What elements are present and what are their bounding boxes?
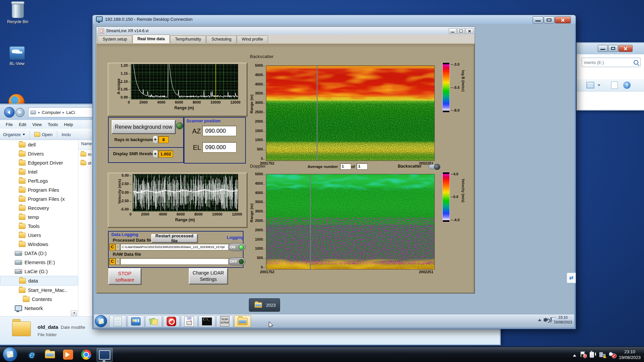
battery-icon[interactable] bbox=[590, 352, 596, 357]
tree-item-intel[interactable]: Intel bbox=[0, 167, 78, 176]
tree-item-edgeport-driver[interactable]: Edgeport Driver bbox=[0, 158, 78, 167]
remote-start-button[interactable] bbox=[95, 315, 106, 326]
taskbar-chrome-button[interactable] bbox=[78, 348, 94, 361]
doppler-heatmap[interactable] bbox=[266, 174, 435, 269]
average-number-field[interactable]: 1 bbox=[340, 163, 351, 170]
tree-item-program-files-x[interactable]: Program Files (x bbox=[0, 194, 78, 203]
tree-item-windows[interactable]: Windows bbox=[0, 240, 78, 249]
tab-temp-humidity[interactable]: Temp/humidity bbox=[170, 36, 206, 43]
open-button[interactable]: Open bbox=[31, 130, 56, 139]
taskbar-explorer-button[interactable] bbox=[42, 348, 58, 361]
renew-background-button[interactable]: Renew background now bbox=[112, 120, 175, 134]
show-hidden-icons-button[interactable] bbox=[573, 353, 576, 357]
back-button[interactable] bbox=[4, 107, 15, 118]
taskbar-display-settings-button[interactable] bbox=[127, 315, 144, 327]
tree-item-program-files[interactable]: Program Files bbox=[0, 185, 78, 194]
velocity-plot[interactable] bbox=[132, 174, 238, 212]
help-button[interactable] bbox=[623, 81, 631, 89]
action-center-icon[interactable]: ✕ bbox=[580, 352, 586, 357]
tree-item-data[interactable]: data bbox=[0, 276, 78, 286]
volume-icon[interactable] bbox=[544, 318, 546, 321]
organize-button[interactable]: Organize bbox=[0, 130, 28, 139]
of-field[interactable]: 1 bbox=[357, 163, 368, 170]
backscatter-heatmap[interactable] bbox=[266, 65, 435, 161]
forward-button[interactable] bbox=[15, 108, 24, 117]
preview-pane-button[interactable] bbox=[611, 81, 618, 89]
tree-item-drivers[interactable]: Drivers bbox=[0, 149, 78, 158]
raw-drive-letter[interactable]: C bbox=[109, 258, 115, 265]
backscatter-toggle[interactable] bbox=[429, 164, 441, 169]
menu-item[interactable]: File bbox=[3, 121, 16, 128]
rays-value[interactable]: 8 bbox=[158, 136, 169, 143]
rays-stepper[interactable] bbox=[153, 135, 158, 143]
network-warning-icon[interactable] bbox=[599, 352, 605, 357]
ascope-plot[interactable] bbox=[131, 64, 238, 100]
maximize-button[interactable] bbox=[457, 28, 465, 34]
tab-real-time-data[interactable]: Real time data bbox=[132, 35, 170, 44]
minimize-button[interactable] bbox=[598, 45, 608, 52]
taskbar-explorer-button[interactable] bbox=[234, 315, 251, 327]
host-clock[interactable]: 23:10 19/08/2023 bbox=[619, 349, 641, 360]
snr-stepper[interactable] bbox=[153, 150, 158, 158]
path-browse-icon[interactable]: ⌸ bbox=[115, 258, 120, 265]
scroll-left-button[interactable]: ◄ bbox=[71, 310, 77, 316]
close-button[interactable] bbox=[619, 45, 633, 52]
tree-item-perflogs[interactable]: PerfLogs bbox=[0, 176, 78, 185]
tree-item-network[interactable]: Network bbox=[0, 304, 78, 313]
desktop-icon-bl-view[interactable]: BL-View bbox=[5, 46, 29, 66]
change-view-button[interactable] bbox=[586, 82, 594, 88]
tree-item-data-d-[interactable]: DATA (D:) bbox=[0, 249, 78, 258]
tree-item-tools[interactable]: Tools bbox=[0, 222, 78, 231]
action-center-icon[interactable] bbox=[550, 317, 551, 322]
tree-item-temp[interactable]: temp bbox=[0, 213, 78, 222]
rdp-titlebar[interactable]: 192.168.0.150 - Remote Desktop Connectio… bbox=[96, 16, 193, 22]
search-input[interactable]: ments (E:) bbox=[582, 58, 641, 67]
snr-value[interactable]: 1.002 bbox=[158, 150, 173, 158]
tab-scheduling[interactable]: Scheduling bbox=[206, 36, 236, 43]
taskbar-labview-xr-button[interactable]: XR bbox=[181, 315, 198, 327]
teamviewer-panel-icon[interactable]: ⇄ bbox=[567, 273, 576, 283]
breadcrumb[interactable]: ▸ Computer ▸ LaCi bbox=[28, 107, 93, 117]
restart-processed-file-button[interactable]: Restart processed file bbox=[151, 234, 198, 243]
show-hidden-icons-button[interactable] bbox=[538, 317, 541, 321]
labview-titlebar[interactable]: StreamLine XR v14-6.vi bbox=[96, 27, 475, 35]
processed-logging-toggle[interactable]: ON bbox=[228, 243, 246, 251]
taskbar-stop-button[interactable] bbox=[163, 315, 180, 327]
taskbar-media-player-button[interactable] bbox=[60, 348, 76, 361]
change-lidar-settings-button[interactable]: Change LiDAR Settings bbox=[189, 268, 228, 284]
tab-system-setup[interactable]: System setup bbox=[98, 36, 132, 43]
maximize-button[interactable] bbox=[608, 45, 618, 52]
taskbar-sticky-notes-button[interactable] bbox=[145, 315, 162, 327]
taskbar-scan-scheduler-button[interactable]: Scan sched bbox=[216, 315, 233, 327]
processed-path-field[interactable]: C:\Lidar\Data\Proc\2023\202308\20230819\… bbox=[120, 244, 229, 250]
taskbar-preview-2023[interactable]: 2023 bbox=[249, 298, 280, 312]
taskbar-notepad-button[interactable] bbox=[109, 315, 126, 327]
breadcrumb-computer[interactable]: Computer bbox=[42, 110, 61, 115]
stop-software-button[interactable]: STOP software bbox=[108, 268, 141, 285]
path-browse-icon[interactable]: ⌸ bbox=[115, 244, 120, 250]
menu-item[interactable]: Edit bbox=[16, 121, 29, 128]
tree-item-users[interactable]: Users bbox=[0, 231, 78, 240]
tree-item-contents[interactable]: Contents bbox=[0, 295, 78, 304]
tree-item-dell[interactable]: dell bbox=[0, 140, 78, 149]
volume-muted-icon[interactable] bbox=[609, 352, 615, 357]
processed-drive-letter[interactable]: C bbox=[109, 244, 115, 250]
minimize-button[interactable] bbox=[533, 16, 543, 23]
menu-item[interactable]: Help bbox=[61, 121, 76, 128]
tree-item-lacie-g-[interactable]: LaCie (G:) bbox=[0, 267, 78, 276]
taskbar-internet-explorer-button[interactable] bbox=[24, 348, 40, 361]
maximize-button[interactable] bbox=[544, 16, 554, 23]
tab-wind-profile[interactable]: Wind profile bbox=[237, 36, 268, 43]
menu-item[interactable]: Tools bbox=[45, 121, 61, 128]
close-button[interactable] bbox=[555, 16, 571, 23]
remote-clock[interactable]: 23:10 19/08/2023 bbox=[554, 315, 572, 324]
raw-logging-toggle[interactable]: OFF bbox=[228, 257, 246, 265]
close-button[interactable] bbox=[466, 28, 473, 34]
breadcrumb-lacie[interactable]: LaCi bbox=[66, 110, 75, 115]
desktop-icon-recycle-bin[interactable]: Recycle Bin bbox=[6, 3, 30, 24]
menu-item[interactable]: View bbox=[29, 121, 45, 128]
raw-path-field[interactable] bbox=[120, 258, 229, 265]
tree-item-start-here-mac-[interactable]: Start_Here_Mac.. bbox=[0, 286, 78, 295]
tree-item-elements-e-[interactable]: Elements (E:) bbox=[0, 258, 78, 267]
include-button[interactable]: Inclu bbox=[59, 130, 74, 139]
